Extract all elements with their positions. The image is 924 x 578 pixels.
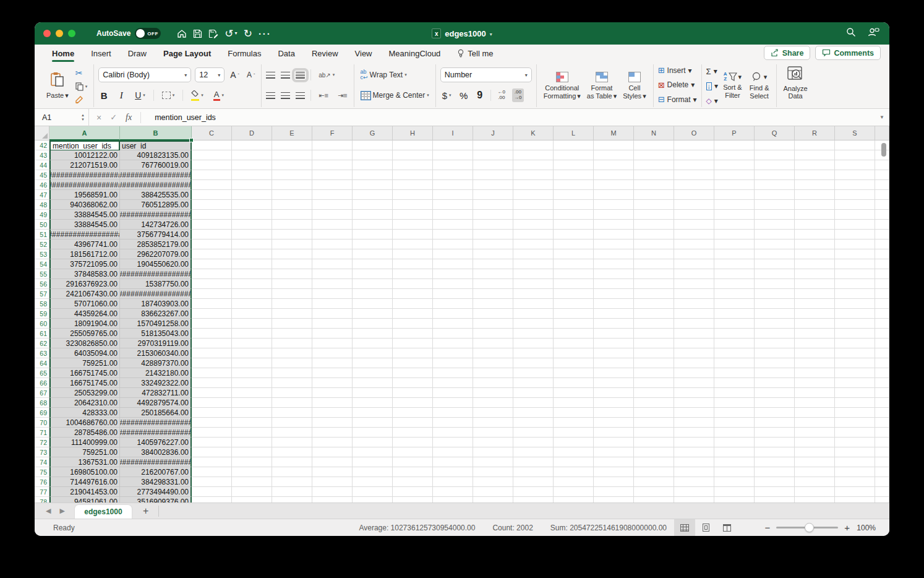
cell-F66[interactable] — [312, 378, 353, 388]
cell-O63[interactable] — [674, 348, 714, 358]
cell-O57[interactable] — [674, 289, 714, 299]
cell-L75[interactable] — [554, 467, 594, 477]
cell-R69[interactable] — [795, 408, 835, 418]
name-box-stepper[interactable]: ▲▼ — [81, 113, 85, 121]
cell-J64[interactable] — [473, 358, 513, 368]
cell-P55[interactable] — [714, 269, 755, 279]
cell-Q76[interactable] — [755, 477, 795, 487]
cell-J70[interactable] — [473, 418, 513, 428]
cell-H50[interactable] — [393, 220, 433, 230]
cell-Q62[interactable] — [755, 339, 795, 348]
cell-A71[interactable]: 28785486.00 — [49, 428, 120, 438]
cell-H53[interactable] — [393, 249, 433, 259]
tab-insert[interactable]: Insert — [91, 45, 111, 62]
cell-S50[interactable] — [835, 220, 875, 230]
cell-O49[interactable] — [674, 210, 714, 220]
cell-A49[interactable]: 33884545.00 — [49, 210, 120, 220]
cell-O69[interactable] — [674, 408, 714, 418]
cell-I46[interactable] — [433, 180, 473, 190]
cell-A66[interactable]: 166751745.00 — [49, 378, 120, 388]
cell-F72[interactable] — [312, 438, 353, 447]
cell-C73[interactable] — [192, 447, 232, 457]
cell-E43[interactable] — [272, 150, 312, 160]
cell-K75[interactable] — [513, 467, 554, 477]
cell-I43[interactable] — [433, 150, 473, 160]
cell-A42[interactable]: mention_user_ids — [49, 140, 120, 150]
cell-C54[interactable] — [192, 259, 232, 269]
find-select-button[interactable]: ▾ Find &Select — [747, 71, 772, 100]
cell-B53[interactable]: 2962207079.00 — [120, 249, 192, 259]
cell-J60[interactable] — [473, 319, 513, 329]
increase-decimal-button[interactable]: ←0.00 — [496, 88, 507, 102]
cell-K54[interactable] — [513, 259, 554, 269]
cell-G76[interactable] — [353, 477, 393, 487]
cell-P54[interactable] — [714, 259, 755, 269]
cell-H54[interactable] — [393, 259, 433, 269]
cell-S42[interactable] — [835, 140, 875, 150]
cell-J65[interactable] — [473, 368, 513, 378]
cell-B62[interactable]: 2970319119.00 — [120, 339, 192, 348]
cell-R57[interactable] — [795, 289, 835, 299]
cell-N77[interactable] — [634, 487, 674, 497]
cell-S60[interactable] — [835, 319, 875, 329]
cell-H56[interactable] — [393, 279, 433, 289]
decrease-decimal-button[interactable]: .00→0 — [512, 88, 523, 102]
cell-H68[interactable] — [393, 398, 433, 408]
cell-H77[interactable] — [393, 487, 433, 497]
row-header-59[interactable]: 59 — [35, 309, 49, 319]
cell-G56[interactable] — [353, 279, 393, 289]
cell-L57[interactable] — [554, 289, 594, 299]
cell-K59[interactable] — [513, 309, 554, 319]
search-icon[interactable] — [846, 27, 856, 40]
cell-R53[interactable] — [795, 249, 835, 259]
cell-P75[interactable] — [714, 467, 755, 477]
column-header-S[interactable]: S — [835, 126, 875, 140]
cell-J61[interactable] — [473, 329, 513, 339]
cell-D61[interactable] — [232, 329, 272, 339]
cell-O48[interactable] — [674, 200, 714, 210]
cell-D54[interactable] — [232, 259, 272, 269]
cell-F47[interactable] — [312, 190, 353, 200]
cell-I56[interactable] — [433, 279, 473, 289]
cell-L46[interactable] — [554, 180, 594, 190]
cell-F59[interactable] — [312, 309, 353, 319]
cell-S74[interactable] — [835, 457, 875, 467]
cell-Q64[interactable] — [755, 358, 795, 368]
cell-P53[interactable] — [714, 249, 755, 259]
cell-D51[interactable] — [232, 230, 272, 239]
cell-K71[interactable] — [513, 428, 554, 438]
cell-K78[interactable] — [513, 497, 554, 503]
cell-M78[interactable] — [594, 497, 634, 503]
undo-button[interactable]: ↺▾ — [225, 28, 237, 39]
tab-page-layout[interactable]: Page Layout — [163, 45, 211, 62]
cell-J73[interactable] — [473, 447, 513, 457]
cell-O64[interactable] — [674, 358, 714, 368]
cell-P44[interactable] — [714, 160, 755, 170]
cell-L48[interactable] — [554, 200, 594, 210]
cell-A75[interactable]: 169805100.00 — [49, 467, 120, 477]
cell-partial[interactable] — [875, 249, 889, 259]
cell-Q45[interactable] — [755, 170, 795, 180]
row-header-72[interactable]: 72 — [35, 438, 49, 447]
cell-O52[interactable] — [674, 239, 714, 249]
cell-R65[interactable] — [795, 368, 835, 378]
close-window-button[interactable] — [43, 30, 51, 37]
cell-S76[interactable] — [835, 477, 875, 487]
row-header-68[interactable]: 68 — [35, 398, 49, 408]
cell-J50[interactable] — [473, 220, 513, 230]
cell-A73[interactable]: 759251.00 — [49, 447, 120, 457]
cell-R55[interactable] — [795, 269, 835, 279]
normal-view-button[interactable] — [674, 519, 695, 537]
cell-partial[interactable] — [875, 200, 889, 210]
cell-A62[interactable]: 3230826850.00 — [49, 339, 120, 348]
cell-L63[interactable] — [554, 348, 594, 358]
cell-B45[interactable]: ################## — [120, 170, 192, 180]
cell-F56[interactable] — [312, 279, 353, 289]
cell-A63[interactable]: 64035094.00 — [49, 348, 120, 358]
cell-H49[interactable] — [393, 210, 433, 220]
merge-center-button[interactable]: Merge & Center▾ — [359, 90, 431, 101]
cell-E76[interactable] — [272, 477, 312, 487]
prev-sheet-icon[interactable]: ◀ — [46, 507, 51, 515]
cell-partial[interactable] — [875, 170, 889, 180]
cell-M54[interactable] — [594, 259, 634, 269]
